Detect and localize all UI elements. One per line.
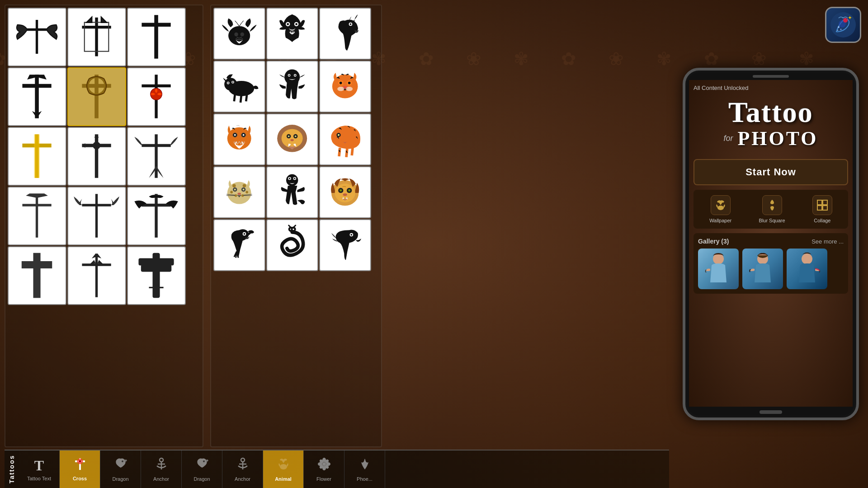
phone-home-button[interactable] xyxy=(760,410,782,414)
tab-dragon-left[interactable]: Dragon xyxy=(100,450,141,488)
tattoo-cell[interactable] xyxy=(213,113,265,165)
tattoo-cell[interactable] xyxy=(266,219,318,271)
tattoo-cell[interactable] xyxy=(67,8,126,66)
svg-point-83 xyxy=(288,136,290,137)
flower-icon xyxy=(317,457,331,474)
tattoo-cell[interactable] xyxy=(127,8,186,66)
grid-row xyxy=(8,187,200,245)
tab-tattoo-text[interactable]: T Tattoo Text xyxy=(19,450,60,488)
grid-row xyxy=(213,219,379,271)
svg-point-136 xyxy=(203,460,205,462)
svg-point-163 xyxy=(802,253,812,264)
thumb-person-1 xyxy=(698,249,739,289)
app-icon[interactable] xyxy=(825,7,861,43)
phoenix-icon xyxy=(358,457,372,474)
start-now-button[interactable]: Start Now xyxy=(693,159,848,185)
collage-label: Collage xyxy=(814,218,830,223)
tattoo-cell[interactable] xyxy=(266,113,318,165)
tattoo-cell[interactable] xyxy=(67,187,126,245)
svg-point-95 xyxy=(243,184,246,188)
tattoo-cell[interactable] xyxy=(213,166,265,218)
svg-point-137 xyxy=(241,458,245,462)
svg-rect-32 xyxy=(23,262,52,268)
tattoo-cell[interactable] xyxy=(8,67,66,126)
svg-line-59 xyxy=(246,94,247,101)
tattoo-cell[interactable] xyxy=(319,61,371,113)
tab-anchor-left-label: Anchor xyxy=(153,476,169,482)
right-panel: All Content Unlocked Tattoo for PHOTO St… xyxy=(674,0,868,488)
see-more-link[interactable]: See more ... xyxy=(811,238,844,245)
tattoo-cell[interactable] xyxy=(8,187,66,245)
unlocked-badge: All Content Unlocked xyxy=(693,84,848,91)
svg-point-133 xyxy=(160,458,163,462)
grid-row xyxy=(213,166,379,218)
svg-point-52 xyxy=(224,78,237,91)
tattoo-cell[interactable] xyxy=(8,8,66,66)
app-title-tattoo: Tattoo xyxy=(693,98,848,127)
svg-rect-41 xyxy=(154,254,160,297)
tattoo-cell[interactable] xyxy=(8,246,66,305)
tattoo-cell[interactable] xyxy=(127,67,186,126)
svg-point-44 xyxy=(240,33,244,37)
tattoo-cell[interactable] xyxy=(127,187,186,245)
tab-dragon-right[interactable]: Dragon xyxy=(182,450,222,488)
app-title: Tattoo for PHOTO xyxy=(693,98,848,150)
blur-square-label: Blur Square xyxy=(759,218,785,223)
svg-line-57 xyxy=(234,94,235,101)
svg-point-155 xyxy=(837,30,838,31)
tattoo-cell[interactable] xyxy=(319,166,371,218)
left-panel: Tattoos T Tattoo Text Cross xyxy=(0,0,674,488)
gallery-thumb-3[interactable] xyxy=(787,249,827,289)
tab-anchor-right[interactable]: Anchor xyxy=(222,450,263,488)
tattoo-cell[interactable] xyxy=(8,127,66,186)
tattoo-cell[interactable] xyxy=(213,8,265,60)
gallery-title: Gallery (3) xyxy=(698,238,729,245)
tattoo-cell[interactable] xyxy=(127,246,186,305)
gallery-thumbnails xyxy=(698,249,844,289)
tattoo-cell[interactable] xyxy=(319,219,371,271)
tattoo-cell[interactable] xyxy=(67,127,126,186)
tattoo-cell[interactable] xyxy=(213,61,265,113)
phone-screen: All Content Unlocked Tattoo for PHOTO St… xyxy=(689,80,853,407)
tattoos-label: Tattoos xyxy=(5,450,19,488)
tab-cross[interactable]: Cross xyxy=(60,450,100,488)
feature-collage[interactable]: Collage xyxy=(812,195,832,223)
svg-point-140 xyxy=(280,464,287,469)
tab-flower-label: Flower xyxy=(316,476,331,482)
tattoo-cell[interactable] xyxy=(266,166,318,218)
tattoo-cell[interactable] xyxy=(266,61,318,113)
tattoo-cell[interactable] xyxy=(266,8,318,60)
tab-phoenix[interactable]: Phoe... xyxy=(344,450,385,488)
blur-square-icon xyxy=(762,195,782,215)
gallery-thumb-2[interactable] xyxy=(742,249,783,289)
tattoo-cell[interactable] xyxy=(67,246,126,305)
tab-flower[interactable]: Flower xyxy=(304,450,344,488)
anchor-right-icon xyxy=(236,457,250,474)
feature-wallpaper[interactable]: Wallpaper xyxy=(709,195,731,223)
phone-speaker xyxy=(753,75,789,78)
tattoo-cell[interactable] xyxy=(319,8,371,60)
svg-point-118 xyxy=(340,189,342,192)
gallery-thumb-1[interactable] xyxy=(698,249,739,289)
grid-row xyxy=(8,67,200,126)
tab-animal[interactable]: Animal xyxy=(263,450,304,488)
feature-icons-row: Wallpaper Blur Square xyxy=(693,190,848,229)
app-title-for: for xyxy=(723,134,733,143)
svg-point-94 xyxy=(232,184,236,188)
svg-point-141 xyxy=(322,462,326,466)
svg-point-63 xyxy=(288,75,290,76)
svg-point-120 xyxy=(343,193,347,196)
tattoo-cell[interactable] xyxy=(319,113,371,165)
grid-row xyxy=(8,8,200,66)
feature-blur-square[interactable]: Blur Square xyxy=(759,195,785,223)
tattoo-cell[interactable] xyxy=(127,127,186,186)
svg-point-47 xyxy=(287,23,289,25)
svg-point-127 xyxy=(351,234,353,236)
tattoo-cell-selected[interactable] xyxy=(67,67,126,126)
svg-point-131 xyxy=(79,460,81,463)
tab-animal-label: Animal xyxy=(275,476,292,482)
svg-point-69 xyxy=(348,82,351,84)
tattoo-cell[interactable] xyxy=(213,219,265,271)
tab-dragon-right-label: Dragon xyxy=(193,476,210,482)
tab-anchor-left[interactable]: Anchor xyxy=(141,450,182,488)
